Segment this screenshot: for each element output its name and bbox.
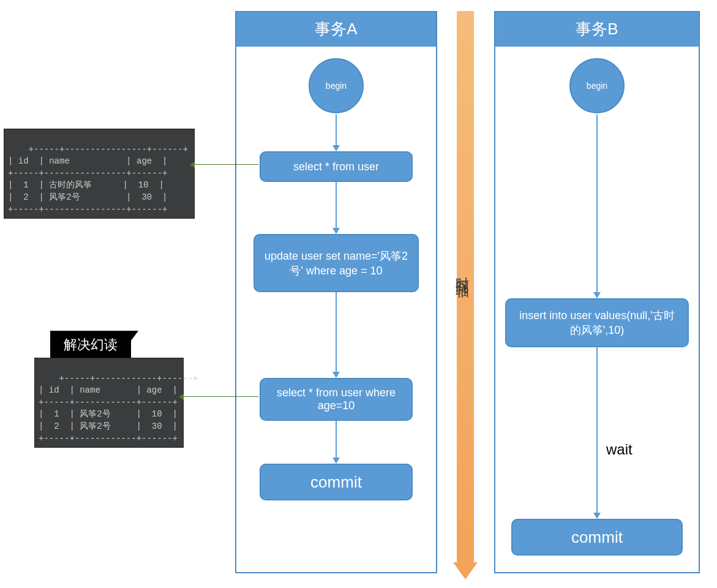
result-table-bottom: +-----+------------+------+ | id | name … (34, 358, 184, 448)
step-b-insert: insert into user values(null,'古时的风筝',10) (505, 298, 689, 347)
result-top-header: +-----+----------------+------+ | id | n… (8, 145, 188, 178)
result-top-rows: | 1 | 古时的风筝 | 10 | | 2 | 风筝2号 | 30 | +--… (8, 180, 167, 214)
phantom-read-badge: 解决幻读 (50, 331, 131, 359)
step-a-update: update user set name='风筝2号' where age = … (253, 234, 419, 292)
arrow-head-icon (332, 145, 340, 151)
time-axis-label: 时间轴 (453, 266, 471, 277)
arrow-head-icon (593, 292, 601, 298)
transaction-b-begin: begin (569, 58, 625, 113)
arrow-head-icon (332, 458, 340, 464)
transaction-a-title: 事务A (236, 12, 436, 47)
wait-label: wait (606, 441, 633, 458)
step-b-commit: commit (511, 519, 683, 556)
connector-line (195, 164, 258, 165)
arrow-line (336, 421, 337, 458)
arrow-head-icon (332, 372, 340, 378)
arrow-line (336, 115, 337, 145)
arrow-head-icon (593, 513, 601, 519)
result-bottom-rows: | 1 | 风筝2号 | 10 | | 2 | 风筝2号 | 30 | +---… (39, 409, 178, 443)
arrow-line (336, 292, 337, 372)
time-axis (451, 11, 479, 586)
step-a-select1: select * from user (260, 151, 413, 182)
arrow-line (596, 347, 598, 513)
step-a-commit: commit (260, 464, 413, 500)
result-bottom-header: +-----+------------+------+ | id | name … (39, 374, 198, 407)
arrow-line (596, 115, 598, 292)
connector-line (184, 396, 258, 397)
transaction-b-panel: 事务B begin insert into user values(null,'… (494, 11, 700, 573)
arrow-head-icon (332, 228, 340, 234)
transaction-b-title: 事务B (495, 12, 699, 47)
arrow-line (336, 182, 337, 228)
transaction-a-panel: 事务A begin select * from user update user… (235, 11, 437, 573)
transaction-a-begin: begin (309, 58, 364, 113)
step-a-select2: select * from user where age=10 (260, 378, 413, 421)
result-table-top: +-----+----------------+------+ | id | n… (4, 129, 195, 219)
